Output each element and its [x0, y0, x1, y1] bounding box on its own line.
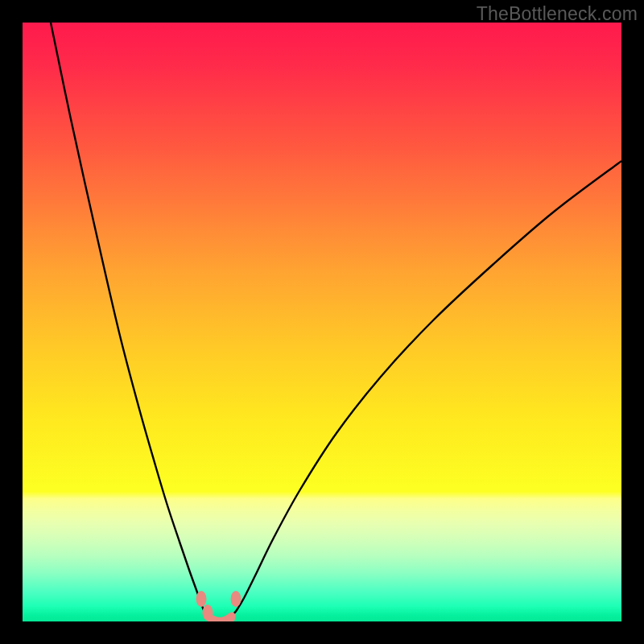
curve-left-branch: [51, 23, 208, 616]
curve-right-branch: [232, 161, 621, 616]
curve-marker: [196, 591, 207, 607]
bottleneck-curve: [23, 23, 621, 621]
curve-marker: [231, 591, 242, 607]
curve-markers: [196, 591, 242, 621]
plot-frame: [23, 23, 621, 621]
attribution-watermark: TheBottleneck.com: [477, 3, 638, 25]
